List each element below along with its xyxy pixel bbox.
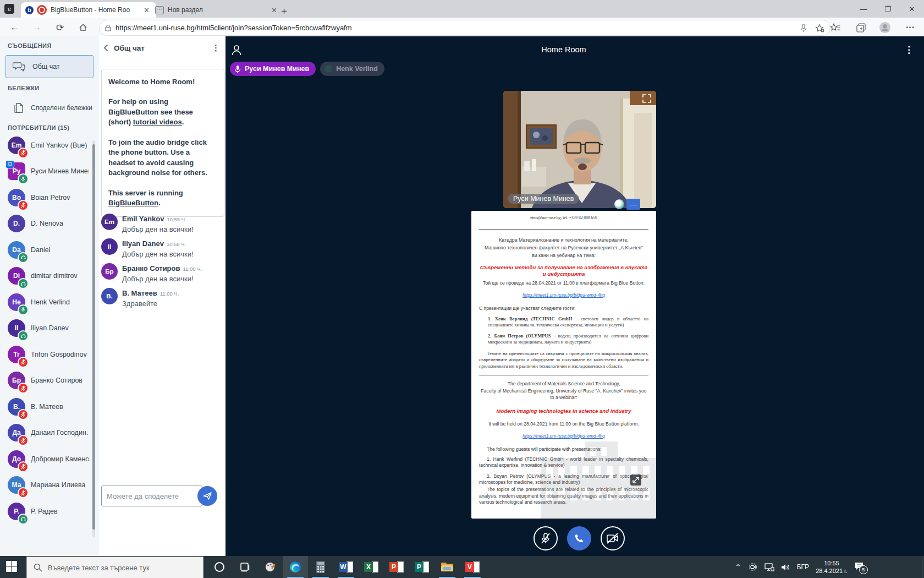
- tray-chevron-icon[interactable]: ⌃: [735, 563, 741, 571]
- new-tab-button[interactable]: ＋: [279, 4, 289, 17]
- doc-meeting-link[interactable]: https://meet1.uni-ruse.bg/b/dpu-wmd-4hq: [479, 293, 648, 298]
- user-list-item[interactable]: МаМариана Илиева: [0, 472, 97, 499]
- speaker-pill-talking[interactable]: Руси Минев Минев: [230, 62, 316, 76]
- message-list: EmEmil Yankov10:55 Ч.Добър ден на всички…: [101, 214, 222, 313]
- taskview-icon: [239, 561, 250, 572]
- profile-avatar[interactable]: [879, 21, 891, 34]
- leave-audio-button[interactable]: [567, 526, 591, 550]
- bigbluebutton-link[interactable]: BigBlueButton: [108, 199, 158, 207]
- show-desktop-divider[interactable]: [922, 556, 922, 578]
- taskbar-app-publisher[interactable]: P: [409, 556, 435, 578]
- url-bar[interactable]: https://meet1.uni-ruse.bg/html5client/jo…: [99, 20, 831, 36]
- message-text: Здравейте: [122, 299, 179, 308]
- home-button[interactable]: [77, 21, 89, 34]
- taskbar-app-edge[interactable]: [283, 556, 308, 578]
- tray-webcam-icon[interactable]: [748, 563, 758, 571]
- notification-center-icon[interactable]: 5: [854, 561, 864, 573]
- mute-button[interactable]: [534, 526, 558, 550]
- forward-button[interactable]: →: [31, 21, 43, 34]
- avatar: Em: [101, 214, 118, 230]
- minimize-presentation-button[interactable]: —: [626, 199, 640, 210]
- user-list-item[interactable]: РуРуси Минев Минев: [0, 159, 97, 185]
- user-list-item[interactable]: D.D. Nenova: [0, 211, 97, 237]
- manage-users-icon[interactable]: [231, 44, 242, 58]
- start-button[interactable]: [6, 560, 18, 575]
- doc-bg-guest2: 2. Боян Петров (OLYMPUS - водещ производ…: [488, 333, 648, 345]
- tutorial-videos-link[interactable]: tutorial videos: [133, 118, 182, 126]
- browser-menu-icon[interactable]: ···: [904, 21, 916, 34]
- doc-bg-title: Съвременни методи за получаване на изобр…: [479, 264, 648, 278]
- user-list-item[interactable]: В.В. Матеев: [0, 394, 97, 420]
- window-restore-button[interactable]: ❐: [876, 0, 900, 18]
- send-message-button[interactable]: [197, 486, 217, 506]
- user-list-item[interactable]: Р.Р. Радев: [0, 498, 97, 525]
- taskbar-app-calculator[interactable]: [308, 556, 333, 578]
- tab-bigbluebutton[interactable]: b BigBlueButton - Home Roo ✕: [21, 2, 156, 18]
- back-button[interactable]: ←: [9, 21, 21, 34]
- user-list-item[interactable]: БрБранко Сотиров: [0, 368, 97, 394]
- user-list-item[interactable]: TrTrifon Gospodinov: [0, 341, 97, 368]
- chat-input[interactable]: Можете да споделете: [101, 486, 202, 506]
- tray-network-icon[interactable]: [765, 563, 774, 571]
- voice-search-icon[interactable]: [800, 24, 807, 32]
- user-list-item[interactable]: ДоДобромир Каменов: [0, 446, 97, 472]
- message-sender: Emil Yankov: [122, 215, 164, 223]
- doc-divider: [479, 229, 648, 230]
- tab-close-icon[interactable]: ✕: [269, 6, 279, 14]
- collections-icon[interactable]: [855, 21, 867, 34]
- taskbar-apps: WXPPV: [207, 556, 485, 578]
- user-name: Мариана Илиева: [31, 481, 85, 489]
- webcam-off-icon: [606, 533, 619, 544]
- user-list-item[interactable]: BoBoian Petrov: [0, 184, 97, 211]
- presentation-document[interactable]: etms@uni-ruse.bg; tel. +359 82 888 650 К…: [471, 211, 656, 519]
- chat-options-icon[interactable]: ⋮: [212, 43, 220, 53]
- user-list-item[interactable]: IlIliyan Danev: [0, 315, 97, 342]
- taskbar-app-excel[interactable]: X: [359, 556, 384, 578]
- message-time: 11:00 Ч.: [160, 291, 179, 297]
- taskbar-search-box[interactable]: Въведете текст за търсене тук: [26, 557, 204, 578]
- user-list-item[interactable]: Didimitar dimitrov: [0, 263, 97, 290]
- message-sender: Iliyan Danev: [122, 239, 164, 248]
- tray-speaker-icon[interactable]: [781, 563, 790, 571]
- taskbar-app-vivaldi[interactable]: V: [460, 556, 485, 578]
- doc-bg-when: Той ще се проведе на 28.04.2021 от 11:00…: [479, 280, 648, 286]
- taskbar-app-paint[interactable]: [257, 556, 283, 578]
- user-list-item[interactable]: EmEmil Yankov (Bue): [0, 132, 97, 159]
- user-list-item[interactable]: HeHenk Verlind: [0, 289, 97, 315]
- sidebar-item-public-chat[interactable]: Общ чат: [6, 55, 94, 78]
- taskbar-app-powerpoint[interactable]: P: [384, 556, 409, 578]
- user-list-item[interactable]: DaDaniel: [0, 237, 97, 263]
- speaker-pill-muted[interactable]: Henk Verlind: [320, 62, 384, 76]
- back-chevron-icon[interactable]: [103, 44, 108, 52]
- user-name: Добромир Каменов: [31, 455, 89, 463]
- chat-message: БрБранко Сотиров11:00 Ч.Добър ден на вси…: [101, 263, 222, 283]
- options-menu-icon[interactable]: ⋮: [904, 44, 914, 56]
- taskbar-app-word[interactable]: W: [333, 556, 359, 578]
- refresh-button[interactable]: ⟳: [54, 21, 66, 34]
- user-name: Trifon Gospodinov: [31, 351, 87, 358]
- avatar: Бр: [8, 372, 25, 389]
- user-list-scrollbar-thumb[interactable]: [92, 144, 95, 530]
- webcam-video[interactable]: [503, 91, 656, 208]
- window-minimize-button[interactable]: —: [851, 0, 876, 18]
- taskbar-app-explorer[interactable]: [435, 556, 460, 578]
- language-indicator[interactable]: БГР: [797, 563, 809, 571]
- add-favorite-icon[interactable]: [815, 24, 824, 32]
- avatar: Ма: [8, 476, 25, 494]
- taskbar-clock[interactable]: 10:5528.4.2021 г.: [816, 559, 848, 575]
- taskbar-app-taskview[interactable]: [232, 556, 257, 578]
- tab-new-tab[interactable]: ··· Нов раздел ✕: [151, 2, 284, 18]
- active-mic-badge-icon: [18, 304, 29, 315]
- avatar: Il: [8, 319, 25, 337]
- resize-presentation-icon[interactable]: [630, 475, 641, 486]
- sidebar-item-shared-notes[interactable]: Споделени бележки: [6, 97, 92, 119]
- favorites-icon[interactable]: [829, 21, 842, 34]
- doc-bg-topics: Темите на презентациите са свързани с пр…: [479, 351, 648, 369]
- fullscreen-icon[interactable]: [642, 94, 651, 105]
- users-header: ПОТРЕБИТЕЛИ (15): [8, 124, 69, 131]
- share-webcam-button[interactable]: [601, 526, 625, 550]
- window-close-button[interactable]: ✕: [900, 0, 924, 18]
- taskbar-app-cortana[interactable]: [207, 556, 232, 578]
- user-list-item[interactable]: ДаДанаил Господин...: [0, 420, 97, 446]
- avatar: Di: [8, 267, 25, 285]
